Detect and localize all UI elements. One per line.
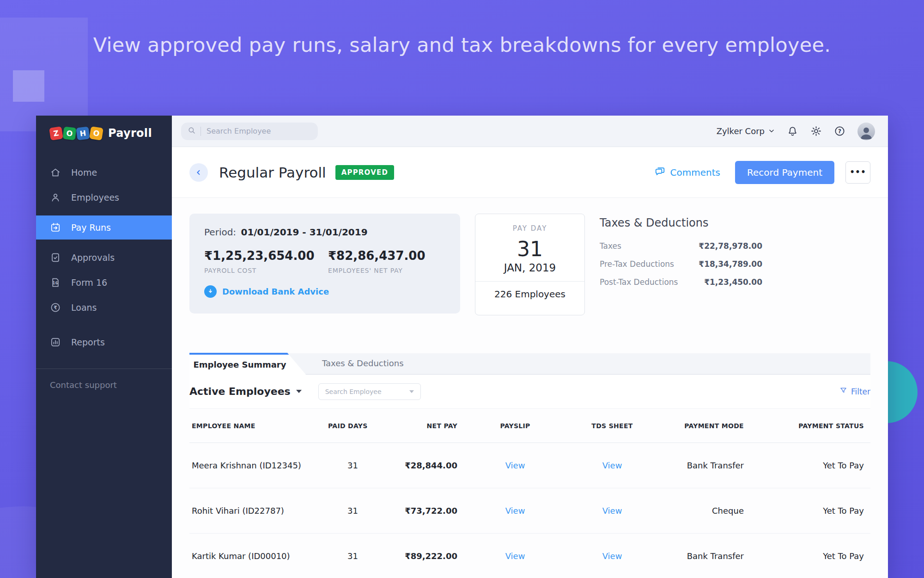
employee-table: EMPLOYEE NAMEPAID DAYSNET PAYPAYSLIPTDS … — [189, 409, 870, 578]
org-switcher[interactable]: Zylker Corp — [717, 126, 775, 136]
net-pay-cell: ₹73,722.00 — [358, 506, 457, 516]
filter-link[interactable]: Filter — [839, 387, 870, 396]
payroll-cost: ₹1,25,23,654.00 PAYROLL COST — [204, 249, 328, 274]
comments-icon — [654, 166, 666, 179]
search-icon — [188, 126, 196, 136]
sidebar-item-reports[interactable]: Reports — [36, 330, 172, 354]
contact-support-link[interactable]: Contact support — [36, 369, 172, 401]
sidebar-item-approvals[interactable]: Approvals — [36, 246, 172, 270]
employees-icon — [50, 192, 61, 203]
comments-label: Comments — [670, 167, 720, 178]
payslip-cell: View — [457, 506, 573, 516]
column-header-net-pay: NET PAY — [358, 422, 457, 430]
employee-name-cell: Kartik Kumar (ID00010) — [189, 551, 328, 561]
hero-headline: View approved pay runs, salary and tax b… — [0, 33, 924, 56]
app-window: ZOHO Payroll Home Employees Pay Runs App… — [36, 116, 888, 578]
decorative-square-small — [13, 70, 44, 102]
pay-day-card: PAY DAY 31 JAN, 2019 226 Employees — [475, 214, 585, 315]
column-header-payment-mode: PAYMENT MODE — [651, 422, 744, 430]
sidebar-item-loans[interactable]: ₹ Loans — [36, 295, 172, 320]
content-area: Period: 01/01/2019 - 31/01/2019 ₹1,25,23… — [172, 198, 888, 578]
sidebar-item-employees[interactable]: Employees — [36, 185, 172, 209]
loans-icon: ₹ — [50, 302, 61, 313]
payslip-view-link[interactable]: View — [505, 551, 525, 561]
comments-link[interactable]: Comments — [654, 166, 720, 179]
column-header-payslip: PAYSLIP — [457, 422, 573, 430]
pay-day-label: PAY DAY — [475, 224, 584, 233]
payslip-cell: View — [457, 551, 573, 561]
tabbar: Employee SummaryTaxes & Deductions — [189, 353, 870, 375]
taxes-deductions-summary: Taxes & Deductions Taxes ₹22,78,978.00 P… — [600, 214, 762, 315]
column-header-payment-status: PAYMENT STATUS — [744, 422, 870, 430]
zoho-logo-tiles: ZOHO — [50, 127, 103, 140]
net-pay-label: EMPLOYEES' NET PAY — [328, 267, 426, 274]
user-avatar[interactable] — [857, 123, 875, 140]
net-pay-value: ₹82,86,437.00 — [328, 249, 426, 263]
svg-text:16: 16 — [53, 281, 58, 285]
more-options-button[interactable]: ••• — [845, 161, 870, 184]
taxes-heading: Taxes & Deductions — [600, 216, 762, 229]
caret-down-icon — [409, 390, 414, 393]
payment-mode-cell: Cheque — [651, 506, 744, 516]
svg-text:?: ? — [838, 128, 841, 135]
gear-icon[interactable] — [810, 125, 822, 137]
net-pay-cell: ₹28,844.00 — [358, 461, 457, 470]
sidebar-nav: Home Employees Pay Runs Approvals 16 For… — [36, 160, 172, 355]
payroll-cost-value: ₹1,25,23,654.00 — [204, 249, 328, 263]
tax-value: ₹18,34,789.00 — [699, 259, 762, 269]
taxes-rows: Taxes ₹22,78,978.00 Pre-Tax Deductions ₹… — [600, 241, 762, 287]
download-bank-advice-link[interactable]: Download Bank Advice — [204, 285, 445, 298]
back-button[interactable] — [189, 163, 208, 182]
table-row: Rohit Vihari (ID22787) 31 ₹73,722.00 Vie… — [189, 488, 870, 534]
employee-count: 226 Employees — [475, 282, 584, 307]
net-pay-cell: ₹89,222.00 — [358, 551, 457, 561]
table-header-row: EMPLOYEE NAMEPAID DAYSNET PAYPAYSLIPTDS … — [189, 409, 870, 443]
bell-icon[interactable] — [787, 125, 798, 137]
tds-view-link[interactable]: View — [602, 461, 622, 470]
employee-name-cell: Meera Krishnan (ID12345) — [189, 461, 328, 470]
paid-days-cell: 31 — [328, 506, 358, 516]
zoho-logo-tile: Z — [49, 126, 63, 141]
tds-view-link[interactable]: View — [602, 506, 622, 516]
sidebar-item-label: Approvals — [71, 252, 115, 263]
employee-search-select[interactable]: Search Employee — [318, 383, 421, 400]
payment-mode-cell: Bank Transfer — [651, 551, 744, 561]
approvals-icon — [50, 252, 61, 263]
zoho-payroll-logo: ZOHO Payroll — [36, 116, 172, 140]
payment-status-cell: Yet To Pay — [744, 506, 870, 516]
pay-day-month: JAN, 2019 — [475, 262, 584, 274]
period-label: Period: — [204, 227, 236, 238]
employee-search-placeholder: Search Employee — [325, 388, 382, 395]
tab-taxes-deductions[interactable]: Taxes & Deductions — [306, 353, 404, 374]
chevron-down-icon — [768, 126, 775, 136]
search-placeholder: Search Employee — [207, 127, 271, 135]
tax-value: ₹1,23,450.00 — [704, 277, 762, 287]
payslip-view-link[interactable]: View — [505, 506, 525, 516]
sidebar-item-home[interactable]: Home — [36, 160, 172, 184]
payment-mode-cell: Bank Transfer — [651, 461, 744, 470]
search-input[interactable]: Search Employee — [181, 123, 318, 140]
payslip-cell: View — [457, 461, 573, 470]
search-divider — [201, 127, 201, 136]
tab-employee-summary[interactable]: Employee Summary — [189, 353, 306, 375]
payslip-view-link[interactable]: View — [505, 461, 525, 470]
payroll-summary-card: Period: 01/01/2019 - 31/01/2019 ₹1,25,23… — [189, 214, 460, 314]
sidebar-item-label: Form 16 — [71, 277, 107, 288]
period-value: 01/01/2019 - 31/01/2019 — [241, 227, 367, 238]
tax-label: Pre-Tax Deductions — [600, 259, 674, 269]
tds-view-link[interactable]: View — [602, 551, 622, 561]
tds-sheet-cell: View — [573, 551, 651, 561]
record-payment-button[interactable]: Record Payment — [735, 161, 834, 184]
active-employees-dropdown[interactable]: Active Employees — [189, 386, 302, 397]
sidebar-item-pay-runs[interactable]: Pay Runs — [36, 215, 172, 240]
sidebar-item-form-16[interactable]: 16 Form 16 — [36, 271, 172, 295]
sidebar-item-label: Reports — [71, 337, 105, 347]
help-icon[interactable]: ? — [834, 125, 845, 137]
tax-value: ₹22,78,978.00 — [699, 241, 762, 251]
zoho-logo-tile: O — [89, 126, 103, 141]
tax-row-post-tax-deductions: Post-Tax Deductions ₹1,23,450.00 — [600, 277, 762, 287]
net-pay: ₹82,86,437.00 EMPLOYEES' NET PAY — [328, 249, 426, 274]
pay-runs-icon — [50, 222, 61, 233]
sidebar-item-label: Pay Runs — [71, 222, 111, 233]
payroll-cost-label: PAYROLL COST — [204, 267, 328, 274]
